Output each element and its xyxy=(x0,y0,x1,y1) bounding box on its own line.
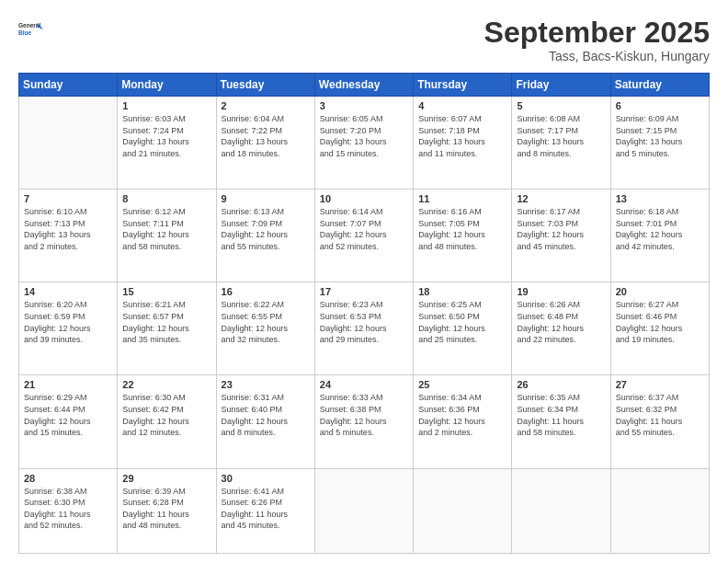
calendar-cell xyxy=(314,468,413,554)
day-info: Sunrise: 6:14 AM Sunset: 7:07 PM Dayligh… xyxy=(320,206,408,252)
day-info: Sunrise: 6:39 AM Sunset: 6:28 PM Dayligh… xyxy=(122,486,210,532)
header-saturday: Saturday xyxy=(610,74,709,97)
calendar-cell: 19Sunrise: 6:26 AM Sunset: 6:48 PM Dayli… xyxy=(512,282,610,375)
day-info: Sunrise: 6:04 AM Sunset: 7:22 PM Dayligh… xyxy=(222,113,310,159)
day-number: 28 xyxy=(24,473,112,484)
day-number: 12 xyxy=(517,193,605,204)
calendar-cell xyxy=(610,468,709,554)
header-friday: Friday xyxy=(512,74,610,97)
calendar-cell: 20Sunrise: 6:27 AM Sunset: 6:46 PM Dayli… xyxy=(610,282,709,375)
weekday-header-row: Sunday Monday Tuesday Wednesday Thursday… xyxy=(19,74,710,97)
calendar-cell: 26Sunrise: 6:35 AM Sunset: 6:34 PM Dayli… xyxy=(512,375,610,468)
calendar-cell: 25Sunrise: 6:34 AM Sunset: 6:36 PM Dayli… xyxy=(414,375,512,468)
day-info: Sunrise: 6:10 AM Sunset: 7:13 PM Dayligh… xyxy=(24,206,112,252)
day-info: Sunrise: 6:03 AM Sunset: 7:24 PM Dayligh… xyxy=(122,113,210,159)
day-info: Sunrise: 6:08 AM Sunset: 7:17 PM Dayligh… xyxy=(517,113,605,159)
calendar-cell xyxy=(414,468,512,554)
svg-text:Blue: Blue xyxy=(18,29,31,36)
day-number: 15 xyxy=(122,286,210,297)
calendar-cell: 10Sunrise: 6:14 AM Sunset: 7:07 PM Dayli… xyxy=(314,190,413,282)
day-number: 7 xyxy=(24,193,112,204)
day-number: 2 xyxy=(222,100,310,111)
day-number: 10 xyxy=(320,193,408,204)
day-info: Sunrise: 6:17 AM Sunset: 7:03 PM Dayligh… xyxy=(517,206,605,252)
calendar-cell: 11Sunrise: 6:16 AM Sunset: 7:05 PM Dayli… xyxy=(414,190,512,282)
day-number: 23 xyxy=(222,379,310,390)
day-info: Sunrise: 6:41 AM Sunset: 6:26 PM Dayligh… xyxy=(222,486,310,532)
header-monday: Monday xyxy=(118,74,216,97)
calendar-table: Sunday Monday Tuesday Wednesday Thursday… xyxy=(18,73,710,554)
calendar-cell: 14Sunrise: 6:20 AM Sunset: 6:59 PM Dayli… xyxy=(19,282,118,375)
day-info: Sunrise: 6:25 AM Sunset: 6:50 PM Dayligh… xyxy=(418,299,506,345)
day-info: Sunrise: 6:23 AM Sunset: 6:53 PM Dayligh… xyxy=(320,299,408,345)
day-number: 8 xyxy=(122,193,210,204)
day-info: Sunrise: 6:34 AM Sunset: 6:36 PM Dayligh… xyxy=(418,392,506,438)
calendar-cell: 24Sunrise: 6:33 AM Sunset: 6:38 PM Dayli… xyxy=(314,375,413,468)
day-number: 22 xyxy=(122,379,210,390)
calendar-cell: 23Sunrise: 6:31 AM Sunset: 6:40 PM Dayli… xyxy=(216,375,314,468)
calendar-cell: 15Sunrise: 6:21 AM Sunset: 6:57 PM Dayli… xyxy=(118,282,216,375)
month-title: September 2025 xyxy=(484,17,710,49)
calendar-cell: 2Sunrise: 6:04 AM Sunset: 7:22 PM Daylig… xyxy=(216,97,314,190)
day-info: Sunrise: 6:30 AM Sunset: 6:42 PM Dayligh… xyxy=(122,392,210,438)
calendar-cell: 17Sunrise: 6:23 AM Sunset: 6:53 PM Dayli… xyxy=(314,282,413,375)
day-info: Sunrise: 6:38 AM Sunset: 6:30 PM Dayligh… xyxy=(24,486,112,532)
day-number: 30 xyxy=(222,473,310,484)
header-sunday: Sunday xyxy=(19,74,118,97)
calendar-cell: 30Sunrise: 6:41 AM Sunset: 6:26 PM Dayli… xyxy=(216,468,314,554)
calendar-cell: 3Sunrise: 6:05 AM Sunset: 7:20 PM Daylig… xyxy=(314,97,413,190)
day-info: Sunrise: 6:35 AM Sunset: 6:34 PM Dayligh… xyxy=(517,392,605,438)
calendar-cell: 28Sunrise: 6:38 AM Sunset: 6:30 PM Dayli… xyxy=(19,468,118,554)
day-info: Sunrise: 6:09 AM Sunset: 7:15 PM Dayligh… xyxy=(616,113,704,159)
day-number: 9 xyxy=(222,193,310,204)
day-info: Sunrise: 6:16 AM Sunset: 7:05 PM Dayligh… xyxy=(418,206,506,252)
day-info: Sunrise: 6:13 AM Sunset: 7:09 PM Dayligh… xyxy=(222,206,310,252)
day-number: 17 xyxy=(320,286,408,297)
title-area: September 2025 Tass, Bacs-Kiskun, Hungar… xyxy=(484,17,710,63)
day-number: 25 xyxy=(418,379,506,390)
calendar-cell: 13Sunrise: 6:18 AM Sunset: 7:01 PM Dayli… xyxy=(610,190,709,282)
day-number: 16 xyxy=(222,286,310,297)
day-number: 1 xyxy=(122,100,210,111)
day-number: 20 xyxy=(616,286,704,297)
calendar-cell xyxy=(19,97,118,190)
logo: GeneralBlue xyxy=(18,17,44,42)
day-number: 18 xyxy=(418,286,506,297)
calendar-cell: 27Sunrise: 6:37 AM Sunset: 6:32 PM Dayli… xyxy=(610,375,709,468)
calendar-cell: 22Sunrise: 6:30 AM Sunset: 6:42 PM Dayli… xyxy=(118,375,216,468)
day-number: 11 xyxy=(418,193,506,204)
calendar-cell: 12Sunrise: 6:17 AM Sunset: 7:03 PM Dayli… xyxy=(512,190,610,282)
header-tuesday: Tuesday xyxy=(216,74,314,97)
header-thursday: Thursday xyxy=(414,74,512,97)
day-number: 6 xyxy=(616,100,704,111)
calendar-cell: 1Sunrise: 6:03 AM Sunset: 7:24 PM Daylig… xyxy=(118,97,216,190)
day-info: Sunrise: 6:12 AM Sunset: 7:11 PM Dayligh… xyxy=(122,206,210,252)
day-info: Sunrise: 6:31 AM Sunset: 6:40 PM Dayligh… xyxy=(222,392,310,438)
day-number: 29 xyxy=(122,473,210,484)
calendar-cell: 18Sunrise: 6:25 AM Sunset: 6:50 PM Dayli… xyxy=(414,282,512,375)
day-info: Sunrise: 6:26 AM Sunset: 6:48 PM Dayligh… xyxy=(517,299,605,345)
calendar-cell: 16Sunrise: 6:22 AM Sunset: 6:55 PM Dayli… xyxy=(216,282,314,375)
day-info: Sunrise: 6:22 AM Sunset: 6:55 PM Dayligh… xyxy=(222,299,310,345)
header: GeneralBlue September 2025 Tass, Bacs-Ki… xyxy=(18,17,710,63)
day-number: 27 xyxy=(616,379,704,390)
calendar-cell: 7Sunrise: 6:10 AM Sunset: 7:13 PM Daylig… xyxy=(19,190,118,282)
day-number: 3 xyxy=(320,100,408,111)
day-number: 19 xyxy=(517,286,605,297)
location-subtitle: Tass, Bacs-Kiskun, Hungary xyxy=(484,49,710,63)
day-info: Sunrise: 6:20 AM Sunset: 6:59 PM Dayligh… xyxy=(24,299,112,345)
calendar-cell: 4Sunrise: 6:07 AM Sunset: 7:18 PM Daylig… xyxy=(414,97,512,190)
calendar-cell xyxy=(512,468,610,554)
day-info: Sunrise: 6:33 AM Sunset: 6:38 PM Dayligh… xyxy=(320,392,408,438)
page: GeneralBlue September 2025 Tass, Bacs-Ki… xyxy=(0,0,728,563)
day-info: Sunrise: 6:18 AM Sunset: 7:01 PM Dayligh… xyxy=(616,206,704,252)
logo-icon: GeneralBlue xyxy=(18,17,44,42)
calendar-cell: 9Sunrise: 6:13 AM Sunset: 7:09 PM Daylig… xyxy=(216,190,314,282)
day-info: Sunrise: 6:07 AM Sunset: 7:18 PM Dayligh… xyxy=(418,113,506,159)
calendar-cell: 5Sunrise: 6:08 AM Sunset: 7:17 PM Daylig… xyxy=(512,97,610,190)
calendar-cell: 6Sunrise: 6:09 AM Sunset: 7:15 PM Daylig… xyxy=(610,97,709,190)
day-info: Sunrise: 6:37 AM Sunset: 6:32 PM Dayligh… xyxy=(616,392,704,438)
header-wednesday: Wednesday xyxy=(314,74,413,97)
day-info: Sunrise: 6:05 AM Sunset: 7:20 PM Dayligh… xyxy=(320,113,408,159)
day-number: 14 xyxy=(24,286,112,297)
